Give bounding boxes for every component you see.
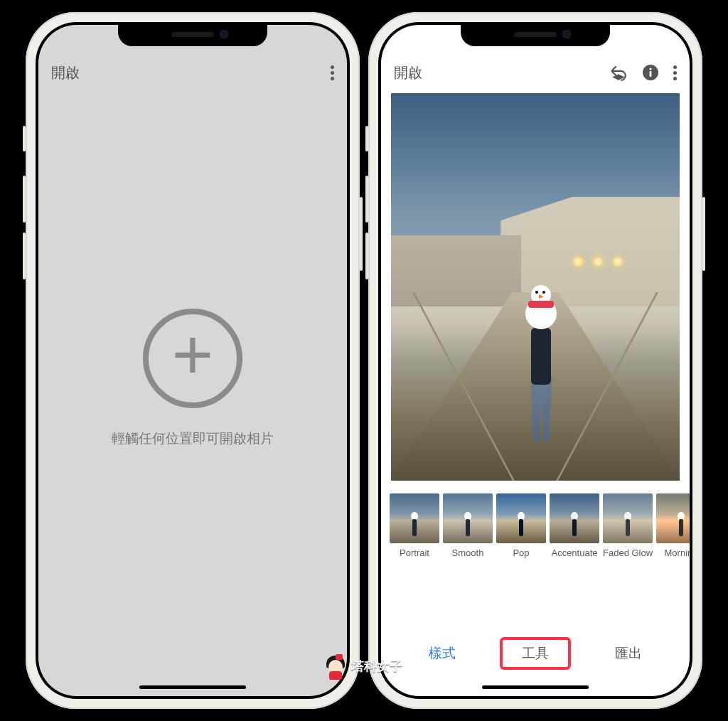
watermark: 塔科女子 (326, 654, 402, 678)
more-icon[interactable] (331, 65, 334, 80)
watermark-text: 塔科女子 (351, 658, 402, 675)
filter-strip[interactable]: Portrait Smooth Pop Accentuate Faded Glo… (381, 481, 690, 561)
plus-circle-icon: + (143, 309, 242, 408)
more-icon[interactable] (673, 65, 677, 80)
open-prompt-text: 輕觸任何位置即可開啟相片 (112, 429, 274, 448)
snapseed-empty-screen[interactable]: 開啟 + 輕觸任何位置即可開啟相片 (38, 25, 347, 696)
watermark-avatar-icon (326, 654, 346, 678)
open-button[interactable]: 開啟 (51, 63, 80, 82)
photo-preview[interactable] (381, 93, 690, 481)
home-indicator[interactable] (139, 685, 246, 689)
snapseed-editor-screen: 開啟 (381, 25, 690, 696)
volume-up (365, 176, 368, 223)
filter-pop[interactable]: Pop (496, 493, 546, 558)
undo-stack-icon[interactable] (609, 63, 628, 82)
phone-mockup-right: 開啟 (368, 12, 702, 709)
volume-down (365, 233, 368, 279)
mute-switch (23, 126, 26, 151)
filter-faded-glow[interactable]: Faded Glow (603, 493, 653, 558)
tab-styles[interactable]: 樣式 (395, 634, 488, 673)
snowman-sticker (521, 285, 561, 335)
open-button[interactable]: 開啟 (394, 63, 422, 82)
svg-rect-2 (650, 71, 652, 77)
open-photo-area[interactable]: + 輕觸任何位置即可開啟相片 (38, 89, 347, 696)
notch (461, 22, 610, 46)
power-button (360, 197, 363, 271)
filter-accentuate[interactable]: Accentuate (550, 493, 599, 558)
filter-morning[interactable]: Morning (656, 493, 690, 558)
filter-portrait[interactable]: Portrait (390, 493, 439, 558)
phone-mockup-left: 開啟 + 輕觸任何位置即可開啟相片 (26, 12, 360, 709)
power-button (702, 197, 705, 271)
person-figure (518, 285, 564, 442)
volume-down (23, 233, 26, 279)
info-icon[interactable] (642, 64, 659, 81)
mute-switch (365, 126, 368, 151)
volume-up (23, 176, 26, 223)
home-indicator[interactable] (482, 685, 589, 689)
tab-export[interactable]: 匯出 (582, 634, 675, 673)
notch (118, 22, 267, 46)
filter-smooth[interactable]: Smooth (443, 493, 493, 558)
tab-tools[interactable]: 工具 (488, 634, 582, 673)
svg-point-1 (649, 68, 651, 70)
